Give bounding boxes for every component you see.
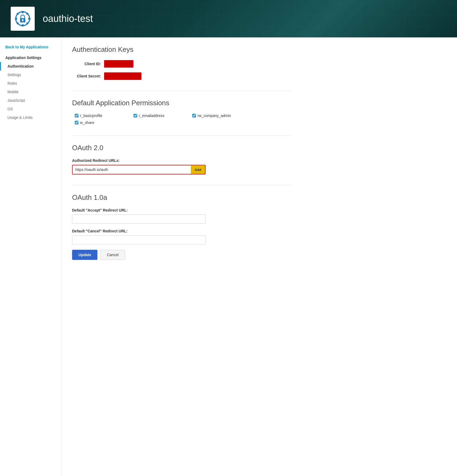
permission-w-share[interactable]: w_share: [75, 120, 128, 125]
permission-r-emailaddress-label: r_emailaddress: [139, 114, 164, 118]
redirect-url-input[interactable]: [73, 165, 191, 174]
permission-r-emailaddress[interactable]: r_emailaddress: [133, 114, 187, 118]
oauth2-title: OAuth 2.0: [72, 144, 291, 152]
permissions-grid: r_basicprofile r_emailaddress rw_company…: [72, 114, 291, 125]
logo-icon: [15, 11, 31, 27]
svg-rect-3: [15, 18, 17, 20]
client-id-label: Client ID:: [72, 62, 104, 66]
oauth1-section: OAuth 1.0a Default "Accept" Redirect URL…: [72, 193, 291, 260]
auth-keys-title: Authentication Keys: [72, 45, 291, 54]
accept-redirect-input[interactable]: [72, 214, 206, 224]
permission-w-share-checkbox[interactable]: [75, 121, 78, 124]
svg-rect-11: [22, 20, 23, 21]
permissions-section: Default Application Permissions r_basicp…: [72, 99, 291, 125]
action-buttons: Update Cancel: [72, 250, 291, 260]
svg-rect-2: [22, 24, 24, 26]
permissions-title: Default Application Permissions: [72, 99, 291, 107]
sidebar-item-javascript[interactable]: JavaScript: [0, 96, 61, 105]
back-to-applications-link[interactable]: Back to My Applications: [0, 43, 61, 53]
svg-rect-4: [28, 18, 30, 20]
update-button[interactable]: Update: [72, 250, 97, 260]
permission-w-share-label: w_share: [80, 120, 94, 125]
sidebar-item-mobile[interactable]: Mobile: [0, 88, 61, 96]
client-secret-row: Client Secret:: [72, 72, 291, 80]
permission-r-basicprofile[interactable]: r_basicprofile: [75, 114, 128, 118]
cancel-redirect-input[interactable]: [72, 235, 206, 244]
permission-r-basicprofile-label: r_basicprofile: [80, 114, 102, 118]
sidebar: Back to My Applications Application Sett…: [0, 37, 61, 476]
sidebar-item-settings[interactable]: Settings: [0, 71, 61, 79]
redirect-url-row: Add: [72, 165, 206, 174]
cancel-redirect-label: Default "Cancel" Redirect URL:: [72, 229, 291, 233]
cancel-button[interactable]: Cancel: [100, 250, 125, 260]
sidebar-item-roles[interactable]: Roles: [0, 79, 61, 88]
sidebar-item-usage-limits[interactable]: Usage & Limits: [0, 113, 61, 122]
permission-r-basicprofile-checkbox[interactable]: [75, 114, 78, 118]
main-content: Authentication Keys Client ID: Client Se…: [61, 37, 302, 476]
svg-rect-1: [22, 11, 24, 13]
content-wrapper: Back to My Applications Application Sett…: [0, 37, 457, 476]
permission-rw-company-admin-label: rw_company_admin: [198, 114, 231, 118]
client-secret-label: Client Secret:: [72, 74, 104, 78]
auth-keys-section: Authentication Keys Client ID: Client Se…: [72, 45, 291, 80]
divider-2: [72, 135, 291, 136]
sidebar-item-os[interactable]: OS: [0, 105, 61, 113]
permission-r-emailaddress-checkbox[interactable]: [133, 114, 137, 118]
client-id-row: Client ID:: [72, 60, 291, 68]
oauth1-title: OAuth 1.0a: [72, 193, 291, 202]
app-logo: [11, 7, 35, 31]
oauth2-section: OAuth 2.0 Authorized Redirect URLs: Add: [72, 144, 291, 174]
redirect-urls-label: Authorized Redirect URLs:: [72, 158, 291, 163]
app-title: oauthio-test: [43, 13, 93, 24]
app-header: oauthio-test: [0, 0, 457, 37]
divider-1: [72, 91, 291, 91]
sidebar-item-authentication[interactable]: Authentication: [0, 62, 61, 71]
client-secret-value: [104, 72, 141, 80]
accept-redirect-label: Default "Accept" Redirect URL:: [72, 208, 291, 212]
permission-rw-company-admin[interactable]: rw_company_admin: [192, 114, 246, 118]
sidebar-section-title: Application Settings: [0, 53, 61, 62]
add-redirect-url-button[interactable]: Add: [191, 166, 205, 174]
client-id-value: [104, 60, 133, 68]
permission-rw-company-admin-checkbox[interactable]: [192, 114, 196, 118]
divider-3: [72, 185, 291, 185]
